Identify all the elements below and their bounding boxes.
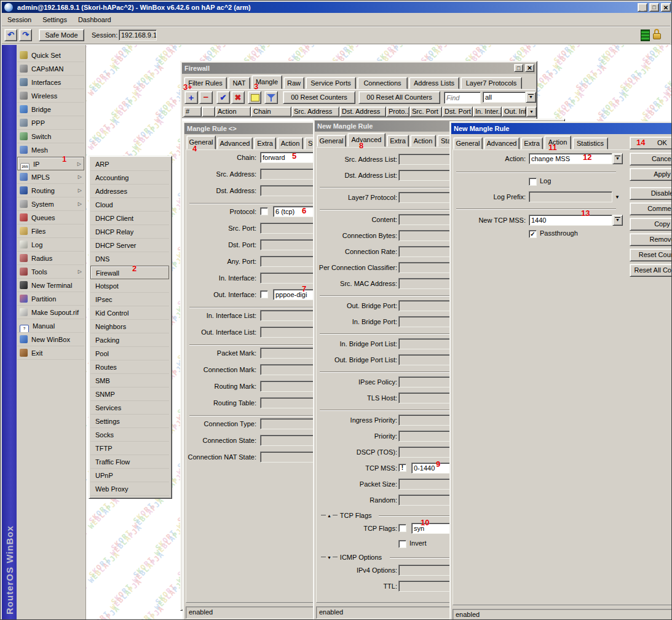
submenu-item-kid-control[interactable]: Kid Control <box>90 306 169 320</box>
sidebar-item-switch[interactable]: Switch <box>17 130 84 143</box>
column-header-#[interactable]: # <box>183 106 202 117</box>
sidebar-item-files[interactable]: Files <box>17 225 84 238</box>
reset-all-counters-button[interactable]: 00 Reset All Counters <box>358 91 440 104</box>
sidebar-item-ppp[interactable]: PPP <box>17 116 84 130</box>
firewall-tab-connections[interactable]: Connections <box>357 77 408 89</box>
log-checkbox[interactable] <box>529 178 537 186</box>
tab-action[interactable]: Action <box>277 137 303 149</box>
field-tcp-flags-negate-checkbox[interactable] <box>398 524 406 532</box>
column-header-Dst. Address[interactable]: Dst. Address <box>339 106 386 117</box>
log-prefix-combo[interactable] <box>529 191 612 202</box>
firewall-titlebar[interactable]: Firewall □ ✕ <box>182 63 536 74</box>
enable-rule-button[interactable]: ✔ <box>216 91 230 104</box>
submenu-item-firewall[interactable]: Firewall <box>90 266 169 279</box>
reset-counters-button[interactable]: 00 Reset Counters <box>283 91 355 104</box>
sidebar-item-quick-set[interactable]: Quick Set <box>17 49 84 62</box>
submenu-item-accounting[interactable]: Accounting <box>90 171 169 185</box>
firewall-close-button[interactable]: ✕ <box>525 64 534 72</box>
sidebar-item-partition[interactable]: Partition <box>17 292 84 306</box>
firewall-tab-nat[interactable]: NAT <box>228 77 250 89</box>
submenu-item-dhcp-server[interactable]: DHCP Server <box>90 239 169 252</box>
submenu-item-services[interactable]: Services <box>90 401 169 415</box>
submenu-item-pool[interactable]: Pool <box>90 347 169 360</box>
filter-scope-combo[interactable]: all <box>483 92 526 103</box>
column-options-dropdown-icon[interactable]: ▼ <box>526 106 537 117</box>
submenu-item-neighbors[interactable]: Neighbors <box>90 320 169 333</box>
sidebar-item-capsman[interactable]: CAPsMAN <box>17 62 84 76</box>
main-titlebar[interactable]: admin@192.168.9.1 (Skori-hAPac^2) - WinB… <box>2 2 672 13</box>
sidebar-item-wireless[interactable]: Wireless <box>17 89 84 103</box>
log-prefix-dropdown-icon[interactable]: ▼ <box>615 194 620 200</box>
remove-button[interactable]: Remove <box>630 233 672 246</box>
tab-advanced[interactable]: Advanced <box>217 137 253 149</box>
firewall-tab-raw[interactable]: Raw <box>283 77 304 89</box>
new-tcp-mss-combo[interactable]: 1440 <box>529 215 612 226</box>
submenu-item-snmp[interactable]: SNMP <box>90 388 169 401</box>
firewall-tab-service-ports[interactable]: Service Ports <box>306 77 356 89</box>
passthrough-checkbox[interactable]: ✓ <box>529 230 537 238</box>
tab-extra[interactable]: Extra <box>387 135 409 147</box>
remove-rule-button[interactable]: − <box>199 91 213 104</box>
sidebar-item-make-supout-rif[interactable]: Make Supout.rif <box>17 306 84 319</box>
redo-button[interactable]: ↷ <box>19 29 32 41</box>
submenu-item-traffic-flow[interactable]: Traffic Flow <box>90 455 169 469</box>
field-tcp-mss-negate-checkbox[interactable]: ! <box>398 464 406 472</box>
sidebar-item-exit[interactable]: Exit <box>17 346 84 360</box>
sidebar-item-ip[interactable]: 255IP▷ <box>17 157 84 170</box>
sidebar-item-new-terminal[interactable]: New Terminal <box>17 279 84 292</box>
find-input[interactable] <box>445 92 480 103</box>
column-header-Out. Int...[interactable]: Out. Int... <box>502 106 526 117</box>
undo-button[interactable]: ↶ <box>4 29 17 41</box>
sidebar-item-mpls[interactable]: MPLS▷ <box>17 170 84 184</box>
sidebar-item-bridge[interactable]: Bridge <box>17 103 84 116</box>
sidebar-item-log[interactable]: Log <box>17 238 84 252</box>
tab-general[interactable]: General <box>186 135 216 149</box>
submenu-item-tftp[interactable]: TFTP <box>90 442 169 455</box>
tab-general[interactable]: General <box>317 135 346 147</box>
action-combo[interactable]: change MSS <box>529 153 612 164</box>
column-header-Src. Address[interactable]: Src. Address <box>291 106 339 117</box>
disable-rule-button[interactable]: ✖ <box>231 91 245 104</box>
tab-advanced[interactable]: Advanced <box>484 137 520 149</box>
column-header-Dst. Port[interactable]: Dst. Port <box>442 106 473 117</box>
comment-button[interactable]: Comment <box>630 202 672 215</box>
reset-all-counters-button[interactable]: Reset All Counters <box>630 264 672 277</box>
column-header-Proto...[interactable]: Proto... <box>386 106 409 117</box>
submenu-item-routes[interactable]: Routes <box>90 360 169 374</box>
maximize-button[interactable]: □ <box>649 3 659 12</box>
tab-advanced[interactable]: Advanced <box>347 133 385 147</box>
column-header-Action[interactable]: Action <box>215 106 251 117</box>
submenu-item-dhcp-relay[interactable]: DHCP Relay <box>90 225 169 239</box>
menu-item-settings[interactable]: Settings <box>37 14 73 25</box>
sidebar-item-mesh[interactable]: Mesh <box>17 143 84 157</box>
filter-scope-dropdown-icon[interactable]: ▼ <box>526 92 536 103</box>
tab-statistics[interactable]: Statistics <box>572 137 608 149</box>
submenu-item-dhcp-client[interactable]: DHCP Client <box>90 212 169 225</box>
session-value-box[interactable]: 192.168.9.1 <box>119 30 157 41</box>
field-protocol-negate-checkbox[interactable] <box>260 207 268 215</box>
submenu-item-web-proxy[interactable]: Web Proxy <box>90 482 169 496</box>
comment-button[interactable] <box>248 91 261 104</box>
reset-counters-button[interactable]: Reset Counters <box>630 248 672 261</box>
disable-button[interactable]: Disable <box>630 187 672 200</box>
sidebar-item-radius[interactable]: Radius <box>17 252 84 265</box>
column-header-Chain[interactable]: Chain <box>251 106 291 117</box>
menu-item-dashboard[interactable]: Dashboard <box>73 14 117 25</box>
sidebar-item-tools[interactable]: Tools▷ <box>17 265 84 279</box>
sidebar-item-system[interactable]: System▷ <box>17 197 84 211</box>
apply-button[interactable]: Apply <box>630 168 672 181</box>
sidebar-item-queues[interactable]: Queues <box>17 211 84 225</box>
submenu-item-upnp[interactable]: UPnP <box>90 469 169 482</box>
submenu-item-cloud[interactable]: Cloud <box>90 198 169 212</box>
column-header-icon[interactable] <box>202 106 215 117</box>
firewall-tab-layer7-protocols[interactable]: Layer7 Protocols <box>461 77 522 89</box>
sidebar-item-manual[interactable]: ?Manual <box>17 319 84 333</box>
cancel-button[interactable]: Cancel <box>630 153 672 165</box>
tab-action[interactable]: Action <box>410 135 436 147</box>
new-tcp-mss-dropdown-icon[interactable]: ▼ <box>612 215 623 226</box>
submenu-item-packing[interactable]: Packing <box>90 333 169 347</box>
tab-general[interactable]: General <box>453 137 483 149</box>
submenu-item-dns[interactable]: DNS <box>90 252 169 266</box>
sidebar-item-new-winbox[interactable]: New WinBox <box>17 333 84 346</box>
sidebar-item-interfaces[interactable]: Interfaces <box>17 76 84 89</box>
